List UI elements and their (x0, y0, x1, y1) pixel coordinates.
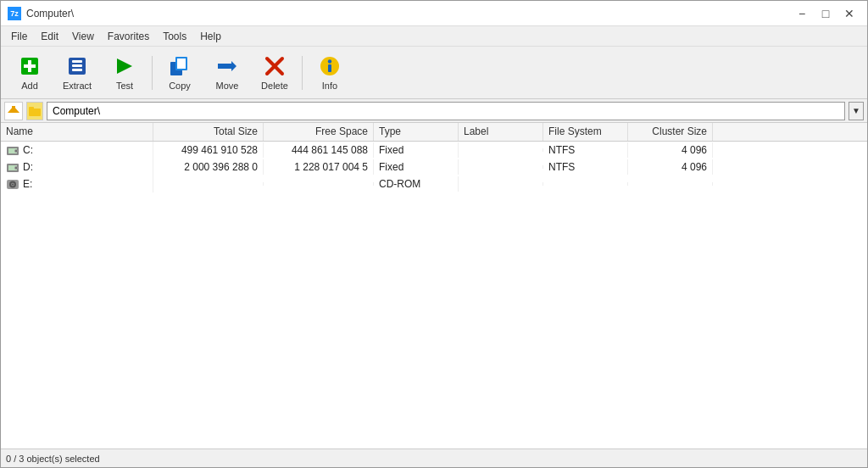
delete-icon (263, 54, 287, 78)
menu-view[interactable]: View (65, 29, 101, 44)
toolbar-sep-2 (302, 56, 303, 90)
col-header-cluster[interactable]: Cluster Size (628, 123, 713, 141)
drive-e-label (459, 182, 543, 186)
address-bar: ▼ (1, 99, 867, 123)
drive-d-total: 2 000 396 288 0 (153, 159, 264, 175)
svg-rect-2 (24, 64, 36, 68)
svg-rect-20 (29, 107, 34, 110)
add-icon (18, 54, 42, 78)
drive-c-fs: NTFS (543, 142, 628, 158)
drive-e-total (153, 182, 264, 186)
menu-help[interactable]: Help (193, 29, 228, 44)
drive-d-name: D: (1, 159, 153, 176)
move-label: Move (216, 81, 239, 91)
title-bar-controls: − □ ✕ (791, 4, 860, 23)
toolbar-sep-1 (152, 56, 153, 90)
drive-c-cluster: 4 096 (628, 142, 713, 158)
list-body: C: 499 461 910 528 444 861 145 088 Fixed… (1, 142, 867, 448)
drive-row-e[interactable]: E: CD-ROM (1, 176, 867, 192)
info-icon (318, 54, 342, 78)
menu-file[interactable]: File (4, 29, 34, 44)
close-button[interactable]: ✕ (838, 4, 860, 23)
copy-button[interactable]: Copy (158, 50, 202, 96)
menu-edit[interactable]: Edit (34, 29, 65, 44)
svg-rect-15 (328, 64, 331, 72)
move-icon (215, 54, 239, 78)
drive-row-c[interactable]: C: 499 461 910 528 444 861 145 088 Fixed… (1, 142, 867, 159)
move-button[interactable]: Move (205, 50, 249, 96)
drive-d-free: 1 228 017 004 5 (264, 159, 374, 175)
drive-c-type: Fixed (374, 142, 459, 158)
col-header-total-size[interactable]: Total Size (153, 123, 264, 141)
drive-e-icon (6, 177, 19, 191)
toolbar: Add Extract Test (1, 47, 867, 99)
extract-icon (65, 54, 89, 78)
test-button[interactable]: Test (103, 50, 147, 96)
drive-d-label (459, 165, 543, 169)
col-header-filesystem[interactable]: File System (543, 123, 628, 141)
content-area: Name Total Size Free Space Type Label Fi… (1, 123, 867, 448)
address-dropdown[interactable]: ▼ (849, 102, 864, 120)
svg-marker-11 (218, 61, 236, 71)
drive-e-type: CD-ROM (374, 176, 459, 192)
delete-label: Delete (261, 81, 288, 91)
app-icon: 7z (8, 7, 21, 20)
svg-rect-4 (72, 60, 82, 63)
copy-label: Copy (169, 81, 191, 91)
menu-bar: File Edit View Favorites Tools Help (1, 26, 867, 47)
drive-e-name: E: (1, 176, 153, 192)
drive-c-label (459, 148, 543, 152)
address-input[interactable] (47, 102, 845, 120)
svg-rect-10 (177, 58, 186, 69)
minimize-button[interactable]: − (791, 4, 813, 23)
drive-c-total: 499 461 910 528 (153, 142, 264, 158)
list-header: Name Total Size Free Space Type Label Fi… (1, 123, 867, 142)
copy-icon (168, 54, 192, 78)
drive-e-fs (543, 182, 628, 186)
drive-c-name: C: (1, 142, 153, 159)
svg-marker-7 (117, 58, 132, 74)
svg-rect-6 (72, 69, 82, 71)
folder-icon (26, 102, 43, 120)
drive-d-icon (6, 160, 19, 174)
title-bar-left: 7z Computer\ (8, 7, 74, 20)
drive-d-fs: NTFS (543, 159, 628, 175)
svg-point-29 (15, 167, 17, 169)
menu-favorites[interactable]: Favorites (101, 29, 156, 44)
add-label: Add (21, 81, 38, 91)
col-header-name[interactable]: Name (1, 123, 153, 141)
title-bar: 7z Computer\ − □ ✕ (1, 1, 867, 26)
up-button[interactable] (4, 102, 23, 120)
svg-point-16 (328, 59, 331, 63)
add-button[interactable]: Add (8, 50, 52, 96)
window-title: Computer\ (26, 8, 74, 20)
svg-rect-5 (72, 64, 82, 67)
info-label: Info (322, 81, 337, 91)
drive-e-free (264, 182, 374, 186)
extract-button[interactable]: Extract (55, 50, 99, 96)
drive-c-free: 444 861 145 088 (264, 142, 374, 158)
col-header-free-space[interactable]: Free Space (264, 123, 374, 141)
extract-label: Extract (63, 81, 92, 91)
svg-point-33 (12, 183, 14, 185)
drive-c-icon (6, 143, 19, 157)
col-header-type[interactable]: Type (374, 123, 459, 141)
status-bar: 0 / 3 object(s) selected (1, 448, 867, 467)
test-label: Test (116, 81, 133, 91)
status-text: 0 / 3 object(s) selected (6, 454, 100, 464)
drive-d-type: Fixed (374, 159, 459, 175)
main-window: 7z Computer\ − □ ✕ File Edit View Favori… (0, 0, 868, 468)
maximize-button[interactable]: □ (815, 4, 837, 23)
delete-button[interactable]: Delete (253, 50, 297, 96)
svg-point-25 (15, 150, 17, 152)
col-header-label[interactable]: Label (459, 123, 543, 141)
drive-row-d[interactable]: D: 2 000 396 288 0 1 228 017 004 5 Fixed… (1, 159, 867, 176)
info-button[interactable]: Info (308, 50, 352, 96)
drive-d-cluster: 4 096 (628, 159, 713, 175)
menu-tools[interactable]: Tools (156, 29, 193, 44)
test-icon (113, 54, 136, 78)
svg-marker-18 (8, 106, 19, 113)
drive-e-cluster (628, 182, 713, 186)
